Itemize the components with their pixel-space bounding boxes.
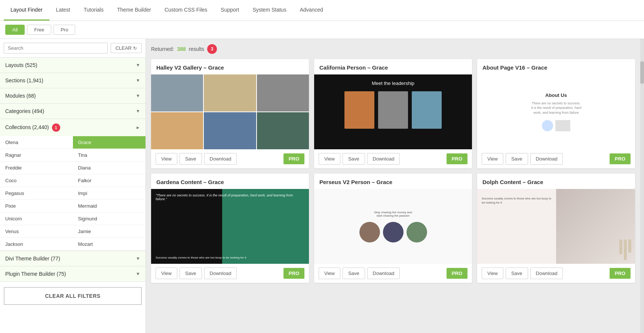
- card-about: About Page V16 – Grace About Us There ar…: [477, 59, 635, 168]
- collections-badge: 1: [52, 123, 60, 132]
- divi-builder-arrow: ▼: [136, 256, 140, 261]
- download-button-perseus[interactable]: Download: [367, 268, 400, 279]
- view-button-california[interactable]: View: [319, 153, 340, 165]
- search-input[interactable]: [4, 43, 108, 54]
- filter-free[interactable]: Free: [27, 25, 51, 35]
- clear-all-filters-button[interactable]: CLEAR ALL FILTERS: [4, 287, 142, 305]
- collection-sigmund[interactable]: Sigmund: [73, 213, 146, 225]
- results-count: 388: [177, 46, 185, 52]
- pro-badge-perseus: PRO: [447, 268, 467, 279]
- cards-grid: Halley V2 Gallery – Grace View Save Down…: [151, 59, 635, 283]
- categories-arrow: ▼: [136, 109, 140, 114]
- collection-jamie[interactable]: Jamie: [73, 225, 146, 238]
- collection-unicorn[interactable]: Unicorn: [0, 213, 73, 225]
- card-halley: Halley V2 Gallery – Grace View Save Down…: [151, 59, 309, 168]
- card-title-perseus: Perseus V2 Person – Grace: [314, 174, 472, 189]
- collection-olena[interactable]: Olena: [0, 136, 73, 149]
- card-image-perseus: Stop chasing the money andstart chasing …: [314, 189, 472, 264]
- collection-tina[interactable]: Tina: [73, 149, 146, 162]
- card-actions-perseus: View Save Download PRO: [314, 264, 472, 283]
- collections-col-left: Olena Ragnar Freddie Coco Pegasus Pixie …: [0, 136, 73, 251]
- save-button-perseus[interactable]: Save: [343, 268, 365, 279]
- collection-pegasus[interactable]: Pegasus: [0, 187, 73, 200]
- view-button-halley[interactable]: View: [156, 153, 177, 165]
- plugin-builder-section: Plugin Theme Builder (75) ▼: [0, 266, 145, 282]
- main-layout: CLEAR ↻ Layouts (525) ▼ Sections (1,941)…: [0, 39, 644, 333]
- card-actions-gardena: View Save Download PRO: [151, 264, 309, 283]
- returned-label: Returned:: [151, 46, 174, 52]
- categories-label: Categories (494): [5, 108, 44, 114]
- view-button-perseus[interactable]: View: [319, 268, 340, 279]
- results-badge: 3: [207, 44, 217, 54]
- collection-falkor[interactable]: Falkor: [73, 174, 146, 187]
- sections-arrow: ▼: [136, 78, 140, 83]
- save-button-about[interactable]: Save: [506, 153, 528, 165]
- view-button-about[interactable]: View: [482, 153, 503, 165]
- refresh-icon: ↻: [133, 46, 137, 51]
- tab-advanced[interactable]: Advanced: [293, 0, 330, 21]
- modules-label: Modules (68): [5, 93, 36, 99]
- categories-header[interactable]: Categories (494) ▼: [0, 104, 145, 119]
- card-actions-dolph: View Save Download PRO: [477, 264, 635, 283]
- collection-mozart[interactable]: Mozart: [73, 238, 146, 251]
- collections-col-right: Grace Tina Diana Falkor Impi Mermaid Sig…: [73, 136, 146, 251]
- collection-pixie[interactable]: Pixie: [0, 200, 73, 213]
- collection-diana[interactable]: Diana: [73, 162, 146, 174]
- card-california: California Person – Grace Meet the leade…: [314, 59, 472, 168]
- filter-all[interactable]: All: [5, 25, 25, 35]
- plugin-builder-label: Plugin Theme Builder (75): [5, 271, 66, 277]
- filter-pro[interactable]: Pro: [53, 25, 75, 35]
- save-button-gardena[interactable]: Save: [180, 268, 202, 279]
- results-header: Returned: 388 results 3: [151, 44, 635, 54]
- collection-mermaid[interactable]: Mermaid: [73, 200, 146, 213]
- download-button-gardena[interactable]: Download: [204, 268, 237, 279]
- plugin-builder-arrow: ▼: [136, 271, 140, 277]
- download-button-about[interactable]: Download: [530, 153, 563, 165]
- save-button-california[interactable]: Save: [343, 153, 365, 165]
- card-gardena: Gardena Content – Grace "There are no se…: [151, 174, 309, 283]
- collection-ragnar[interactable]: Ragnar: [0, 149, 73, 162]
- tab-tutorials[interactable]: Tutorials: [77, 0, 110, 21]
- tab-layout-finder[interactable]: Layout Finder: [4, 0, 49, 21]
- pro-badge-gardena: PRO: [283, 268, 304, 279]
- scrollbar[interactable]: [640, 39, 644, 333]
- card-image-about: About Us There are no secrets to success…: [477, 74, 635, 149]
- tab-system-status[interactable]: System Status: [246, 0, 293, 21]
- save-button-halley[interactable]: Save: [180, 153, 202, 165]
- collection-freddie[interactable]: Freddie: [0, 162, 73, 174]
- plugin-builder-header[interactable]: Plugin Theme Builder (75) ▼: [0, 266, 145, 281]
- save-button-dolph[interactable]: Save: [506, 268, 528, 279]
- divi-builder-header[interactable]: Divi Theme Builder (77) ▼: [0, 251, 145, 266]
- scrollbar-thumb[interactable]: [640, 61, 644, 84]
- tab-support[interactable]: Support: [214, 0, 246, 21]
- card-image-halley: [151, 74, 309, 149]
- collection-coco[interactable]: Coco: [0, 174, 73, 187]
- tab-custom-css[interactable]: Custom CSS Files: [158, 0, 214, 21]
- collections-header[interactable]: Collections (2,440) 1 ►: [0, 119, 145, 136]
- clear-search-button[interactable]: CLEAR ↻: [111, 43, 142, 53]
- card-title-gardena: Gardena Content – Grace: [151, 174, 309, 189]
- card-title-california: California Person – Grace: [314, 59, 472, 74]
- download-button-dolph[interactable]: Download: [530, 268, 563, 279]
- collections-dropdown: Olena Ragnar Freddie Coco Pegasus Pixie …: [0, 136, 145, 251]
- card-actions-california: View Save Download PRO: [314, 149, 472, 168]
- tab-latest[interactable]: Latest: [49, 0, 77, 21]
- view-button-dolph[interactable]: View: [482, 268, 503, 279]
- sections-header[interactable]: Sections (1,941) ▼: [0, 73, 145, 88]
- sections-label: Sections (1,941): [5, 77, 43, 83]
- collections-arrow: ►: [136, 125, 140, 130]
- collection-grace[interactable]: Grace: [73, 136, 146, 149]
- collection-venus[interactable]: Venus: [0, 225, 73, 238]
- modules-header[interactable]: Modules (68) ▼: [0, 88, 145, 103]
- pro-badge-dolph: PRO: [610, 268, 631, 279]
- collections-section: Collections (2,440) 1 ► Olena Ragnar Fre…: [0, 119, 145, 251]
- card-actions-halley: View Save Download PRO: [151, 149, 309, 168]
- card-dolph: Dolph Content – Grace Success usually co…: [477, 174, 635, 283]
- layouts-header[interactable]: Layouts (525) ▼: [0, 58, 145, 73]
- tab-theme-builder[interactable]: Theme Builder: [110, 0, 158, 21]
- collection-jackson[interactable]: Jackson: [0, 238, 73, 251]
- download-button-halley[interactable]: Download: [204, 153, 237, 165]
- download-button-california[interactable]: Download: [367, 153, 400, 165]
- view-button-gardena[interactable]: View: [156, 268, 177, 279]
- collection-impi[interactable]: Impi: [73, 187, 146, 200]
